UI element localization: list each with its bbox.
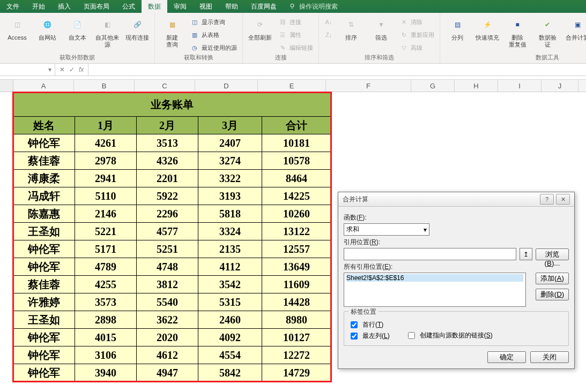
table-row[interactable]: 蔡佳蓉29784326327410578 — [13, 152, 331, 170]
cell[interactable]: 王圣如 — [13, 223, 75, 240]
from-other-button[interactable]: ◧自其他来源 — [93, 15, 121, 48]
remove-duplicates-button[interactable]: ■删除 重复值 — [503, 15, 531, 48]
col-header[interactable]: B — [74, 80, 135, 92]
from-text-button[interactable]: 📄自文本 — [63, 15, 91, 41]
table-row[interactable]: 冯成轩51105922319314225 — [13, 187, 331, 205]
cell[interactable]: 3324 — [198, 223, 262, 240]
cell[interactable]: 4255 — [75, 276, 137, 293]
cell[interactable]: 5540 — [137, 293, 198, 311]
cell[interactable]: 5221 — [75, 223, 137, 240]
table-row[interactable]: 陈嘉惠21462296581810260 — [13, 205, 331, 223]
tab-baidu[interactable]: 百度网盘 — [244, 0, 283, 13]
from-access-button[interactable]: ◫Access — [3, 15, 31, 41]
cell[interactable]: 4947 — [137, 364, 198, 382]
table-row[interactable]: 钟伦军40152020409210127 — [13, 329, 331, 346]
cell[interactable]: 10127 — [262, 329, 331, 346]
delete-button[interactable]: 删除(D) — [536, 289, 569, 300]
table-row[interactable]: 溥康柔2941220133228464 — [13, 170, 331, 187]
formula-input[interactable] — [88, 64, 586, 76]
cell[interactable]: 4612 — [137, 346, 198, 364]
cell[interactable]: 3106 — [75, 346, 137, 364]
cell[interactable]: 3322 — [198, 170, 262, 187]
text-to-columns-button[interactable]: ▤分列 — [443, 15, 471, 41]
cell[interactable]: 钟伦军 — [13, 346, 75, 364]
col-header[interactable]: H — [455, 80, 498, 92]
table-row[interactable]: 钟伦军51715251213512557 — [13, 240, 331, 258]
cell[interactable]: 10260 — [262, 205, 331, 223]
chevron-down-icon[interactable]: ▾ — [48, 66, 51, 73]
cell[interactable]: 4261 — [75, 134, 137, 152]
cell[interactable]: 2146 — [75, 205, 137, 223]
select-all-button[interactable] — [0, 80, 13, 92]
refresh-all-button[interactable]: ⟳全部刷新 — [246, 15, 274, 41]
tab-help[interactable]: 帮助 — [219, 0, 244, 13]
cell[interactable]: 蔡佳蓉 — [13, 276, 75, 293]
cell[interactable]: 8980 — [262, 311, 331, 329]
col-header[interactable]: F — [326, 80, 411, 92]
cell[interactable]: 5110 — [75, 187, 137, 205]
properties-button[interactable]: ☰属性 — [276, 29, 315, 41]
table-row[interactable]: 钟伦军31064612455412272 — [13, 346, 331, 364]
cell[interactable]: 2941 — [75, 170, 137, 187]
left-col-checkbox[interactable]: 最左列(L) — [348, 331, 390, 341]
col-header[interactable]: A — [13, 80, 74, 92]
tab-data[interactable]: 数据 — [142, 0, 167, 13]
table-row[interactable]: 蔡佳蓉42553812354211609 — [13, 276, 331, 293]
close-button[interactable]: ✕ — [556, 194, 570, 205]
cell[interactable]: 5251 — [137, 240, 198, 258]
top-row-checkbox[interactable]: 首行(T) — [348, 320, 390, 330]
cell[interactable]: 4112 — [198, 258, 262, 276]
cell[interactable]: 3274 — [198, 152, 262, 170]
advanced-filter-button[interactable]: ▽高级 — [397, 42, 436, 54]
cell[interactable]: 2460 — [198, 311, 262, 329]
cell[interactable]: 3573 — [75, 293, 137, 311]
col-header[interactable]: C — [135, 80, 195, 92]
edit-links-button[interactable]: ✎编辑链接 — [276, 42, 315, 54]
range-picker-button[interactable]: ↥ — [520, 248, 532, 260]
tab-review[interactable]: 审阅 — [167, 0, 193, 13]
reference-input[interactable] — [344, 248, 516, 260]
tab-layout[interactable]: 页面布局 — [77, 0, 116, 13]
cell[interactable]: 5171 — [75, 240, 137, 258]
clear-filter-button[interactable]: ✕清除 — [397, 16, 436, 28]
create-links-checkbox[interactable]: 创建指向源数据的链接(S) — [406, 330, 493, 341]
cell[interactable]: 8464 — [262, 170, 331, 187]
cell[interactable]: 钟伦军 — [13, 364, 75, 382]
cell[interactable]: 3940 — [75, 364, 137, 382]
table-row[interactable]: 钟伦军47894748411213649 — [13, 258, 331, 276]
new-query-button[interactable]: ▦新建 查询 — [158, 15, 186, 48]
cell[interactable]: 2201 — [137, 170, 198, 187]
flash-fill-button[interactable]: ⚡快速填充 — [473, 15, 501, 41]
cell[interactable]: 4748 — [137, 258, 198, 276]
table-row[interactable]: 许雅婷35735540531514428 — [13, 293, 331, 311]
reapply-filter-button[interactable]: ↻重新应用 — [397, 29, 436, 41]
recent-sources-button[interactable]: ◷最近使用的源 — [188, 42, 239, 54]
cell[interactable]: 3513 — [137, 134, 198, 152]
cancel-formula-button[interactable]: ✕ — [60, 66, 65, 73]
cell[interactable]: 2135 — [198, 240, 262, 258]
cell[interactable]: 10181 — [262, 134, 331, 152]
cell[interactable]: 陈嘉惠 — [13, 205, 75, 223]
cell[interactable]: 冯成轩 — [13, 187, 75, 205]
table-row[interactable]: 钟伦军42613513240710181 — [13, 134, 331, 152]
sort-descending-button[interactable]: Z↓ — [322, 29, 335, 41]
col-header[interactable]: J — [542, 80, 578, 92]
cell[interactable]: 14428 — [262, 293, 331, 311]
cell[interactable]: 2407 — [198, 134, 262, 152]
tab-home[interactable]: 开始 — [26, 0, 51, 13]
cell[interactable]: 许雅婷 — [13, 293, 75, 311]
cell[interactable]: 4326 — [137, 152, 198, 170]
cell[interactable]: 2978 — [75, 152, 137, 170]
cell[interactable]: 14225 — [262, 187, 331, 205]
cell[interactable]: 4577 — [137, 223, 198, 240]
tab-insert[interactable]: 插入 — [51, 0, 77, 13]
show-queries-button[interactable]: ◫显示查询 — [188, 16, 239, 28]
cell[interactable]: 2296 — [137, 205, 198, 223]
ok-button[interactable]: 确定 — [487, 351, 526, 363]
cell[interactable]: 蔡佳蓉 — [13, 152, 75, 170]
cell[interactable]: 王圣如 — [13, 311, 75, 329]
col-header[interactable]: D — [195, 80, 258, 92]
cell[interactable]: 溥康柔 — [13, 170, 75, 187]
col-header[interactable]: I — [498, 80, 542, 92]
consolidate-button[interactable]: ▣合并计算 — [563, 15, 586, 41]
